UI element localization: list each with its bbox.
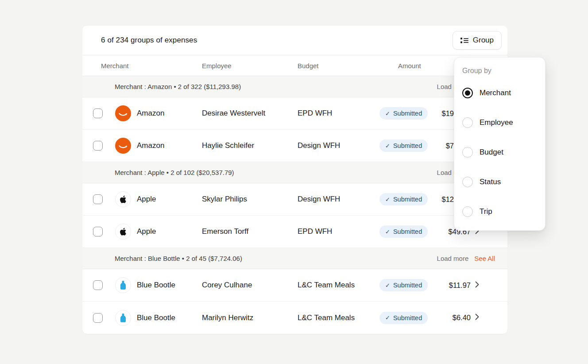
expenses-card: 6 of 234 groups of expenses Group Mercha… — [82, 26, 507, 334]
budget-name: L&C Team Meals — [298, 281, 379, 290]
amount-value: $6.40 — [429, 314, 471, 322]
group-by-option-employee[interactable]: Employee — [462, 108, 537, 137]
table-row[interactable]: Blue Bootle Marilyn Herwitz L&C Team Mea… — [82, 302, 507, 334]
blue-bottle-logo — [115, 310, 131, 326]
expenses-summary: 6 of 234 groups of expenses — [101, 36, 197, 45]
status-badge: ✓Submitted — [379, 139, 428, 152]
status-badge: ✓Submitted — [379, 225, 428, 238]
chevron-right-icon[interactable] — [475, 281, 479, 290]
budget-name: Design WFH — [298, 141, 379, 150]
group-by-option-budget[interactable]: Budget — [462, 137, 537, 167]
employee-name: Marilyn Herwitz — [202, 314, 298, 322]
check-icon: ✓ — [385, 143, 390, 149]
load-more-link[interactable]: Load more — [437, 255, 469, 262]
budget-name: EPD WFH — [298, 109, 379, 118]
employee-name: Skylar Philips — [202, 195, 298, 204]
amazon-logo — [115, 105, 131, 121]
amount-value: $11.97 — [429, 281, 471, 290]
row-checkbox[interactable] — [93, 141, 103, 151]
chevron-right-icon[interactable] — [475, 314, 479, 322]
merchant-name: Apple — [137, 195, 156, 204]
column-header-row: Merchant Employee Budget Amount — [82, 55, 507, 76]
table-row[interactable]: Blue Bootle Corey Culhane L&C Team Meals… — [82, 269, 507, 302]
check-icon: ✓ — [385, 282, 390, 289]
group-header-label: Merchant : Apple • 2 of 102 ($20,537.79) — [115, 169, 234, 176]
table-row[interactable]: Amazon Haylie Schleifer Design WFH ✓Subm… — [82, 130, 507, 162]
radio-icon — [462, 177, 473, 187]
row-checkbox[interactable] — [93, 227, 103, 236]
radio-selected-icon — [462, 88, 473, 98]
check-icon: ✓ — [385, 314, 390, 321]
merchant-name: Blue Bootle — [137, 314, 175, 322]
column-header-budget: Budget — [298, 62, 379, 70]
budget-name: EPD WFH — [298, 227, 379, 236]
group-by-menu-title: Group by — [462, 66, 537, 76]
radio-icon — [462, 117, 473, 128]
employee-name: Desirae Westervelt — [202, 109, 298, 118]
group-header-amazon: Merchant : Amazon • 2 of 322 ($11,293.98… — [82, 76, 507, 97]
amazon-logo — [115, 138, 131, 154]
group-header-label: Merchant : Amazon • 2 of 322 ($11,293.98… — [115, 83, 241, 90]
employee-name: Corey Culhane — [202, 281, 298, 290]
titlebar: 6 of 234 groups of expenses Group — [82, 26, 507, 55]
group-list-icon — [460, 37, 468, 44]
group-by-option-status[interactable]: Status — [462, 167, 537, 197]
check-icon: ✓ — [385, 110, 390, 117]
merchant-name: Apple — [137, 227, 156, 236]
radio-icon — [462, 147, 473, 158]
employee-name: Emerson Torff — [202, 227, 298, 236]
group-header-label: Merchant : Blue Bottle • 2 of 45 ($7,724… — [115, 255, 242, 262]
table-row[interactable]: Amazon Desirae Westervelt EPD WFH ✓Submi… — [82, 97, 507, 130]
budget-name: Design WFH — [298, 195, 379, 204]
apple-logo — [115, 191, 131, 207]
check-icon: ✓ — [385, 196, 390, 203]
apple-logo — [115, 224, 131, 240]
column-header-amount: Amount — [379, 62, 429, 70]
group-by-menu: Group by Merchant Employee Budget Status… — [454, 57, 545, 231]
group-header-blue-bottle: Merchant : Blue Bottle • 2 of 45 ($7,724… — [82, 248, 507, 269]
merchant-name: Amazon — [137, 109, 164, 118]
column-header-merchant: Merchant — [93, 62, 202, 70]
merchant-name: Blue Bootle — [137, 281, 175, 290]
see-all-link[interactable]: See All — [474, 255, 495, 262]
group-button[interactable]: Group — [453, 31, 502, 50]
group-button-label: Group — [473, 36, 494, 45]
status-badge: ✓Submitted — [379, 279, 428, 291]
budget-name: L&C Team Meals — [298, 314, 379, 322]
row-checkbox[interactable] — [93, 108, 103, 118]
row-checkbox[interactable] — [93, 280, 103, 290]
employee-name: Haylie Schleifer — [202, 141, 298, 150]
status-badge: ✓Submitted — [379, 312, 428, 324]
group-header-apple: Merchant : Apple • 2 of 102 ($20,537.79)… — [82, 162, 507, 183]
group-by-option-trip[interactable]: Trip — [462, 197, 537, 226]
row-checkbox[interactable] — [93, 194, 103, 204]
group-by-option-merchant[interactable]: Merchant — [462, 78, 537, 108]
table-row[interactable]: Apple Skylar Philips Design WFH ✓Submitt… — [82, 183, 507, 216]
merchant-name: Amazon — [137, 141, 164, 150]
row-checkbox[interactable] — [93, 313, 103, 323]
table-row[interactable]: Apple Emerson Torff EPD WFH ✓Submitted $… — [82, 216, 507, 248]
status-badge: ✓Submitted — [379, 107, 428, 120]
column-header-employee: Employee — [202, 62, 298, 70]
radio-icon — [462, 206, 473, 217]
status-badge: ✓Submitted — [379, 193, 428, 205]
blue-bottle-logo — [115, 277, 131, 293]
check-icon: ✓ — [385, 228, 390, 235]
